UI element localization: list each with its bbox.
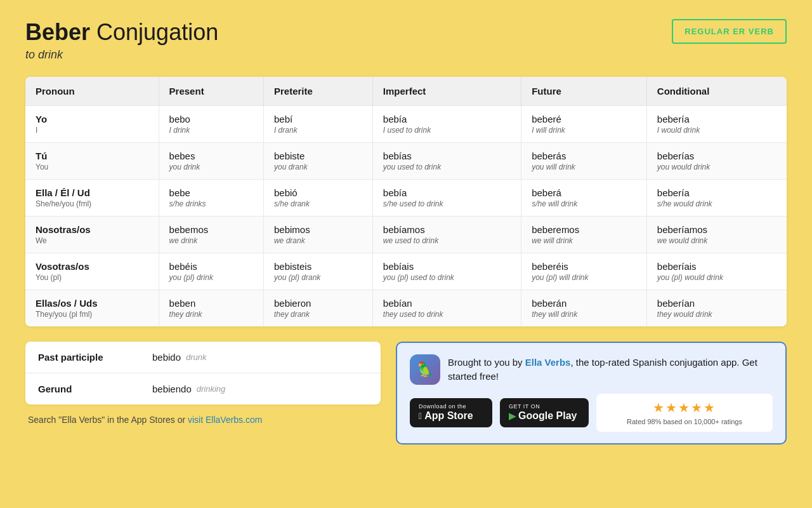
app-store-small-text: Download on the [419,403,466,410]
cell-conditional: beberíanthey would drink [646,290,787,327]
cell-pronoun: TúYou [25,143,159,180]
cell-future: beberéI will drink [521,106,647,143]
cell-pronoun: Vosotras/osYou (pl) [25,253,159,290]
cell-pronoun: Ellas/os / UdsThey/you (pl fml) [25,290,159,327]
cell-present: bebemoswe drink [159,217,263,253]
cell-preterite: bebisteisyou (pl) drank [263,253,372,290]
cell-preterite: bebiós/he drank [263,180,372,217]
search-text: Search "Ella Verbs" in the App Stores or… [25,415,381,425]
cell-future: beberéisyou (pl) will drink [521,253,647,290]
table-row: Vosotras/osYou (pl)bebéisyou (pl) drinkb… [25,253,787,290]
verb-badge: REGULAR ER VERB [672,19,787,44]
cell-preterite: bebieronthey drank [263,290,372,327]
col-pronoun: Pronoun [25,77,159,106]
cell-present: beboI drink [159,106,263,143]
table-row: Nosotras/osWebebemoswe drinkbebimoswe dr… [25,217,787,253]
page-subtitle: to drink [25,48,218,62]
gerund-label: Gerund [38,384,152,394]
cell-conditional: beberíasyou would drink [646,143,787,180]
page-title: Beber Conjugation [25,19,218,46]
cell-imperfect: bebíaisyou (pl) used to drink [372,253,521,290]
cell-conditional: beberías/he would drink [646,180,787,217]
table-row: Ella / Él / UdShe/he/you (fml)bebes/he d… [25,180,787,217]
page-header: Beber Conjugation to drink REGULAR ER VE… [25,19,787,62]
apple-logo-icon:  [419,411,422,421]
past-participle-translation: drunk [186,352,207,362]
cell-conditional: beberíaI would drink [646,106,787,143]
cell-conditional: beberíamoswe would drink [646,217,787,253]
table-row: TúYoubebesyou drinkbebisteyou drankbebía… [25,143,787,180]
cell-conditional: beberíaisyou (pl) would drink [646,253,787,290]
cell-preterite: bebisteyou drank [263,143,372,180]
table-row: Ellas/os / UdsThey/you (pl fml)bebenthey… [25,290,787,327]
participle-card: Past participle bebido drunk Gerund bebi… [25,342,381,404]
google-play-small-text: GET IT ON [509,403,540,410]
cell-pronoun: YoI [25,106,159,143]
app-store-button[interactable]: Download on the App Store [410,398,492,427]
cell-imperfect: bebíasyou used to drink [372,143,521,180]
rating-box: ★★★★★ Rated 98% based on 10,000+ ratings [596,394,773,432]
title-block: Beber Conjugation to drink [25,19,218,62]
gerund-row: Gerund bebiendo drinking [25,373,381,404]
conjugation-table: Pronoun Present Preterite Imperfect Futu… [25,77,787,326]
rating-text: Rated 98% based on 10,000+ ratings [627,418,742,425]
past-participle-value: bebido [152,352,181,363]
cell-preterite: bebíI drank [263,106,372,143]
cell-pronoun: Nosotras/osWe [25,217,159,253]
cell-present: bebesyou drink [159,143,263,180]
col-future: Future [521,77,647,106]
cell-pronoun: Ella / Él / UdShe/he/you (fml) [25,180,159,217]
cell-present: bebéisyou (pl) drink [159,253,263,290]
cell-future: beberánthey will drink [521,290,647,327]
cell-imperfect: bebíanthey used to drink [372,290,521,327]
col-conditional: Conditional [646,77,787,106]
col-present: Present [159,77,263,106]
table-row: YoIbeboI drinkbebíI drankbebíaI used to … [25,106,787,143]
promo-card: 🦜 Brought to you by Ella Verbs, the top-… [396,342,787,444]
gerund-value: bebiendo [152,384,192,394]
promo-icon: 🦜 [410,354,440,385]
cell-future: beberás/he will drink [521,180,647,217]
cell-imperfect: bebíaI used to drink [372,106,521,143]
cell-future: beberásyou will drink [521,143,647,180]
ella-verbs-promo-link[interactable]: Ella Verbs [525,357,571,368]
participle-section: Past participle bebido drunk Gerund bebi… [25,342,381,425]
google-play-large-text: ▶Google Play [509,410,577,422]
table-header-row: Pronoun Present Preterite Imperfect Futu… [25,77,787,106]
google-play-button[interactable]: GET IT ON ▶Google Play [500,398,589,427]
promo-text: Brought to you by Ella Verbs, the top-ra… [448,356,773,384]
cell-present: bebes/he drinks [159,180,263,217]
cell-present: bebenthey drink [159,290,263,327]
bottom-section: Past participle bebido drunk Gerund bebi… [25,342,787,444]
ella-verbs-link[interactable]: visit EllaVerbs.com [188,415,262,425]
cell-future: beberemoswe will drink [521,217,647,253]
play-icon: ▶ [509,411,516,421]
rating-stars: ★★★★★ [653,400,716,415]
col-imperfect: Imperfect [372,77,521,106]
col-preterite: Preterite [263,77,372,106]
past-participle-row: Past participle bebido drunk [25,342,381,373]
cell-imperfect: bebías/he used to drink [372,180,521,217]
gerund-translation: drinking [197,384,226,394]
app-store-large-text: App Store [419,410,473,422]
promo-header: 🦜 Brought to you by Ella Verbs, the top-… [410,354,773,385]
past-participle-label: Past participle [38,352,152,363]
cell-preterite: bebimoswe drank [263,217,372,253]
promo-buttons: Download on the App Store GET IT ON ▶Go… [410,394,773,432]
cell-imperfect: bebíamoswe used to drink [372,217,521,253]
